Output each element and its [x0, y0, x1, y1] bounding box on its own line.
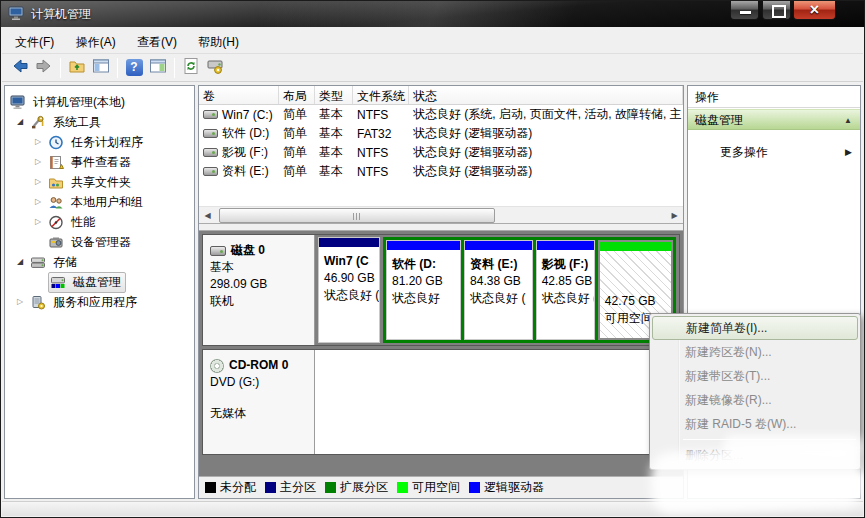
expander-icon[interactable]: [17, 292, 30, 312]
menu-action[interactable]: 操作(A): [67, 31, 125, 54]
forward-button[interactable]: [32, 56, 56, 80]
column-header-volume[interactable]: 卷: [199, 86, 279, 104]
cdrom-name: CD-ROM 0: [229, 357, 288, 374]
tree-item-event-viewer[interactable]: 事件查看器: [5, 152, 194, 172]
legend-unallocated: 未分配: [205, 479, 256, 496]
expander-icon[interactable]: [17, 112, 30, 132]
volume-type: 基本: [315, 106, 353, 123]
disk-0-label[interactable]: 磁盘 0 基本 298.09 GB 联机: [203, 235, 315, 345]
more-actions-item[interactable]: 更多操作: [688, 142, 860, 162]
partition-size: 42.85 GB: [542, 273, 590, 290]
tree-item-label: 共享文件夹: [68, 173, 134, 192]
tree-item-computer-management[interactable]: 计算机管理(本地): [5, 92, 194, 112]
tree-item-shared-folders[interactable]: 共享文件夹: [5, 172, 194, 192]
scrollbar-thumb[interactable]: [219, 208, 495, 223]
cdrom-0-label[interactable]: CD-ROM 0 DVD (G:) 无媒体: [203, 350, 315, 454]
column-header-status[interactable]: 状态: [409, 86, 683, 104]
legend-primary: 主分区: [265, 479, 316, 496]
partition-status: 状态良好 (: [324, 287, 375, 304]
column-header-layout[interactable]: 布局: [279, 86, 315, 104]
disk-management-tool-button[interactable]: [203, 56, 227, 80]
expander-icon[interactable]: [35, 132, 48, 152]
legend-extended: 扩展分区: [325, 479, 388, 496]
minimize-button[interactable]: [730, 1, 759, 20]
partition-win7-c[interactable]: Win7 (C 46.90 GB 状态良好 (: [318, 237, 380, 343]
tree-item-services-applications[interactable]: 服务和应用程序: [5, 292, 194, 312]
primary-partition-bar: [319, 238, 379, 247]
scroll-right-arrow[interactable]: [666, 207, 683, 224]
menu-file[interactable]: 文件(F): [6, 31, 63, 54]
watermark-blur: [650, 445, 864, 514]
volume-row-c[interactable]: Win7 (C:) 简单 基本 NTFS 状态良好 (系统, 启动, 页面文件,…: [199, 105, 683, 124]
restore-button[interactable]: [762, 1, 791, 20]
legend-swatch-logical-drive: [469, 482, 480, 493]
volume-row-f[interactable]: 影视 (F:) 简单 基本 NTFS 状态良好 (逻辑驱动器): [199, 143, 683, 162]
tree-item-local-users-groups[interactable]: 本地用户和组: [5, 192, 194, 212]
disk-name: 磁盘 0: [231, 242, 265, 259]
toolbar-separator: [60, 58, 61, 78]
close-button[interactable]: [793, 1, 836, 20]
expander-icon[interactable]: [35, 172, 48, 192]
partition-software-d[interactable]: 软件 (D: 81.20 GB 状态良好: [386, 240, 461, 340]
actions-header: 操作: [688, 86, 860, 108]
volume-name: Win7 (C:): [222, 108, 273, 122]
show-action-pane-button[interactable]: [146, 56, 170, 80]
expander-icon[interactable]: [35, 212, 48, 232]
tree-item-label: 设备管理器: [68, 233, 134, 252]
cdrom-media-area: [315, 350, 679, 454]
disk-management-icon: [50, 275, 66, 290]
menu-view[interactable]: 查看(V): [128, 31, 186, 54]
expander-icon[interactable]: [17, 252, 30, 272]
actions-section-disk-management[interactable]: 磁盘管理: [688, 109, 860, 130]
shared-folders-icon: [48, 175, 64, 190]
tree-item-label: 本地用户和组: [68, 193, 146, 212]
partition-name: Win7 (C: [324, 253, 375, 270]
scroll-left-arrow[interactable]: [199, 207, 216, 224]
task-scheduler-icon: [48, 135, 64, 150]
disk-0-row: 磁盘 0 基本 298.09 GB 联机 Win7 (C 46.90 GB 状态…: [202, 234, 680, 346]
legend-swatch-extended: [325, 482, 336, 493]
expander-icon[interactable]: [35, 192, 48, 212]
volume-row-e[interactable]: 资料 (E:) 简单 基本 NTFS 状态良好 (逻辑驱动器): [199, 162, 683, 181]
toolbar-separator: [117, 58, 118, 78]
tree-item-performance[interactable]: 性能: [5, 212, 194, 232]
volume-status: 状态良好 (逻辑驱动器): [409, 163, 683, 180]
up-folder-button[interactable]: [65, 56, 89, 80]
partition-data-e[interactable]: 资料 (E:) 84.38 GB 状态良好 (: [464, 240, 533, 340]
column-header-type[interactable]: 类型: [315, 86, 353, 104]
menu-help[interactable]: 帮助(H): [189, 31, 248, 54]
partition-video-f[interactable]: 影视 (F:) 42.85 GB 状态良好 (: [536, 240, 595, 340]
refresh-button[interactable]: [179, 56, 203, 80]
collapse-icon[interactable]: [844, 110, 852, 131]
tree-item-disk-management[interactable]: 磁盘管理: [5, 272, 194, 292]
disk-type: 基本: [210, 259, 307, 276]
extended-partition: 软件 (D: 81.20 GB 状态良好 资料 (E:) 84.38 GB: [383, 237, 676, 343]
tree-item-task-scheduler[interactable]: 任务计划程序: [5, 132, 194, 152]
selected-tree-item: 磁盘管理: [48, 272, 126, 293]
expander-icon[interactable]: [35, 152, 48, 172]
menu-item-new-spanned-volume: 新建跨区卷(N)...: [652, 340, 858, 364]
logical-drive-bar: [537, 241, 594, 250]
console-tree: 计算机管理(本地) 系统工具 任务计划程序 事件查看器 共享文件夹: [4, 85, 195, 499]
menu-item-new-simple-volume[interactable]: 新建简单卷(I)...: [652, 316, 858, 340]
performance-icon: [48, 215, 64, 230]
partition-size: 46.90 GB: [324, 270, 375, 287]
column-header-filesystem[interactable]: 文件系统: [353, 86, 409, 104]
tree-item-system-tools[interactable]: 系统工具: [5, 112, 194, 132]
legend-bar: 未分配 主分区 扩展分区 可用空间 逻辑驱动器: [199, 476, 683, 498]
horizontal-scrollbar[interactable]: [199, 206, 683, 223]
submenu-arrow-icon: [845, 142, 852, 162]
tree-item-storage[interactable]: 存储: [5, 252, 194, 272]
volume-row-d[interactable]: 软件 (D:) 简单 基本 FAT32 状态良好 (逻辑驱动器): [199, 124, 683, 143]
cd-rom-icon: [210, 359, 224, 373]
volume-list-header: 卷 布局 类型 文件系统 状态: [199, 86, 683, 105]
pane-splitter[interactable]: [199, 223, 683, 231]
tree-item-device-manager[interactable]: 设备管理器: [5, 232, 194, 252]
back-button[interactable]: [8, 56, 32, 80]
volume-filesystem: NTFS: [353, 146, 409, 160]
partition-region: Win7 (C 46.90 GB 状态良好 ( 软件 (D: 81.20 GB: [315, 235, 679, 345]
help-button[interactable]: ?: [122, 56, 146, 80]
event-viewer-icon: [48, 155, 64, 170]
show-console-tree-button[interactable]: [89, 56, 113, 80]
legend-free-space: 可用空间: [397, 479, 460, 496]
